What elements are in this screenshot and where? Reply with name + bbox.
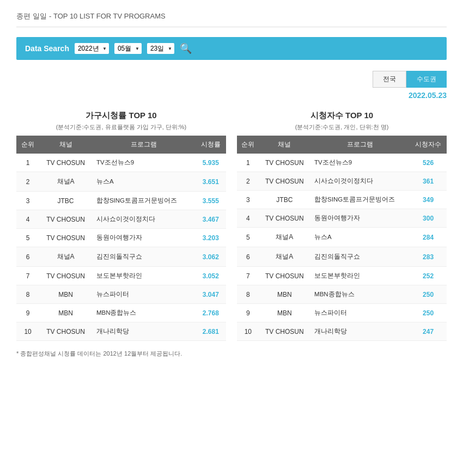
rate-cell: 3.047 [196,285,226,304]
table-row: 7 TV CHOSUN 보도본부핫라인 252 [237,267,447,285]
program-cell: MBN종합뉴스 [310,285,410,304]
household-ratings-section: 가구시청률 TOP 10 (분석기준:수도권, 유료플랫폼 가입 가구, 단위:… [16,111,226,341]
channel-cell: MBN [259,304,310,322]
program-cell: MBN종합뉴스 [92,304,196,322]
rate-cell: 3.052 [196,267,226,285]
table-row: 6 채널A 김진의돌직구쇼 3.062 [16,247,226,267]
rank-cell: 7 [16,267,39,285]
viewers-cell: 361 [410,172,447,191]
month-select[interactable]: 01월02월03월04월 05월06월07월08월 09월10월11월12월 [114,43,142,54]
rank-cell: 10 [16,322,39,341]
col-program-left: 프로그램 [92,136,196,154]
program-cell: 합창SING토콤프거문빙어즈 [92,192,196,210]
year-select[interactable]: 2022년 2021년 2020년 [75,43,109,54]
channel-cell: TV CHOSUN [39,154,92,172]
table-row: 9 MBN 뉴스파이터 250 [237,304,447,322]
rate-cell: 3.555 [196,192,226,210]
footnote: * 종합편성채널 시청률 데이터는 2012년 12월부터 제공됩니다. [16,350,447,358]
rank-cell: 10 [237,322,259,341]
channel-cell: TV CHOSUN [259,322,310,341]
household-ratings-table: 순위 채널 프로그램 시청률 1 TV CHOSUN TV조선뉴스9 5.935… [16,136,226,341]
col-viewers-right: 시청자수 [410,136,447,154]
channel-cell: TV CHOSUN [259,172,310,191]
program-cell: 개나리학당 [92,322,196,341]
rank-cell: 6 [16,247,39,267]
rate-cell: 2.768 [196,304,226,322]
rate-cell: 3.467 [196,210,226,229]
rank-cell: 1 [237,154,259,172]
day-select[interactable]: 01일02일03일04일 05일06일07일08일 09일10일11일12일 1… [147,43,174,54]
left-table-title: 가구시청률 TOP 10 [16,111,226,121]
col-rate-left: 시청률 [196,136,226,154]
program-cell: 보도본부핫라인 [310,267,410,285]
channel-cell: JTBC [39,192,92,210]
right-table-title: 시청자수 TOP 10 [237,111,447,121]
table-row: 8 MBN MBN종합뉴스 250 [237,285,447,304]
table-row: 2 채널A 뉴스A 3.651 [16,172,226,192]
program-cell: 뉴스A [310,228,410,247]
program-cell: 시사쇼이것이정치다 [310,172,410,191]
table-row: 3 JTBC 합창SING토콤프거문빙어즈 349 [237,191,447,209]
channel-cell: TV CHOSUN [39,210,92,229]
rank-cell: 2 [237,172,259,191]
channel-cell: TV CHOSUN [259,154,310,172]
rank-cell: 4 [237,209,259,228]
page-title: 종편 일일 - TOP 10 LIST FOR TV PROGRAMS [16,11,447,27]
program-cell: 합창SING토콤프거문빙어즈 [310,191,410,209]
rank-cell: 4 [16,210,39,229]
program-cell: 김진의돌직구쇼 [92,247,196,267]
col-rank-left: 순위 [16,136,39,154]
capital-button[interactable]: 수도권 [406,71,447,88]
program-cell: TV조선뉴스9 [310,154,410,172]
table-row: 5 채널A 뉴스A 284 [237,228,447,247]
viewers-cell: 250 [410,304,447,322]
channel-cell: MBN [259,285,310,304]
rank-cell: 1 [16,154,39,172]
table-row: 2 TV CHOSUN 시사쇼이것이정치다 361 [237,172,447,191]
table-row: 10 TV CHOSUN 개나리학당 247 [237,322,447,341]
table-row: 9 MBN MBN종합뉴스 2.768 [16,304,226,322]
channel-cell: 채널A [259,228,310,247]
table-row: 6 채널A 김진의돌직구쇼 283 [237,247,447,267]
viewer-count-table: 순위 채널 프로그램 시청자수 1 TV CHOSUN TV조선뉴스9 526 … [237,136,447,341]
table-row: 1 TV CHOSUN TV조선뉴스9 5.935 [16,154,226,172]
rank-cell: 6 [237,247,259,267]
channel-cell: JTBC [259,191,310,209]
tables-wrapper: 가구시청률 TOP 10 (분석기준:수도권, 유료플랫폼 가입 가구, 단위:… [16,111,447,341]
viewer-count-section: 시청자수 TOP 10 (분석기준:수도권, 개인, 단위:천 명) 순위 채널… [237,111,447,341]
rank-cell: 8 [237,285,259,304]
date-display: 2022.05.23 [16,91,447,100]
rank-cell: 9 [237,304,259,322]
rank-cell: 9 [16,304,39,322]
search-icon: 🔍 [180,42,192,54]
rank-cell: 2 [16,172,39,192]
channel-cell: MBN [39,285,92,304]
program-cell: 보도본부핫라인 [92,267,196,285]
viewers-cell: 252 [410,267,447,285]
rank-cell: 8 [16,285,39,304]
rate-cell: 3.203 [196,229,226,247]
table-row: 4 TV CHOSUN 시사쇼이것이정치다 3.467 [16,210,226,229]
col-channel-left: 채널 [39,136,92,154]
program-cell: 뉴스A [92,172,196,192]
nationwide-button[interactable]: 전국 [373,71,406,88]
rate-cell: 3.062 [196,247,226,267]
table-row: 3 JTBC 합창SING토콤프거문빙어즈 3.555 [16,192,226,210]
rate-cell: 5.935 [196,154,226,172]
search-bar: Data Search 2022년 2021년 2020년 01월02월03월0… [16,37,447,60]
viewers-cell: 349 [410,191,447,209]
rank-cell: 7 [237,267,259,285]
table-row: 5 TV CHOSUN 동원아여행가자 3.203 [16,229,226,247]
table-row: 10 TV CHOSUN 개나리학당 2.681 [16,322,226,341]
channel-cell: TV CHOSUN [259,209,310,228]
channel-cell: 채널A [39,247,92,267]
channel-cell: TV CHOSUN [259,267,310,285]
region-buttons: 전국 수도권 [16,71,447,88]
program-cell: 개나리학당 [310,322,410,341]
rate-cell: 3.651 [196,172,226,192]
day-select-wrapper: 01일02일03일04일 05일06일07일08일 09일10일11일12일 1… [147,43,174,54]
search-button[interactable]: 🔍 [180,42,192,54]
viewers-cell: 283 [410,247,447,267]
rank-cell: 3 [237,191,259,209]
program-cell: TV조선뉴스9 [92,154,196,172]
